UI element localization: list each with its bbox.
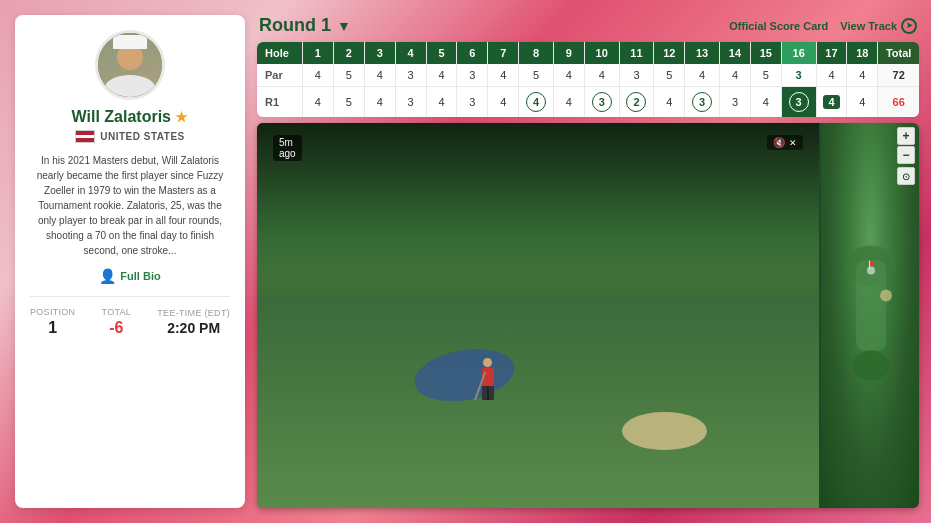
- map-bg: + − ⊙: [821, 123, 919, 508]
- mute-icon: 🔇: [773, 137, 785, 148]
- hole-8-header: 8: [519, 42, 554, 64]
- video-bg: 5m ago 🔇 ✕: [257, 123, 819, 508]
- r1-7: 4: [488, 87, 519, 118]
- r1-11: 2: [619, 87, 654, 118]
- hole-10-header: 10: [584, 42, 619, 64]
- position-stat: Position 1: [30, 307, 75, 337]
- round-dropdown-icon: ▼: [337, 18, 351, 34]
- country-info: UNITED STATES: [75, 130, 184, 143]
- tee-time-label: Tee-Time (EDT): [157, 308, 230, 318]
- hole-2-header: 2: [333, 42, 364, 64]
- full-bio-link[interactable]: 👤 Full Bio: [99, 268, 160, 284]
- total-header: Total: [878, 42, 919, 64]
- official-scorecard-link[interactable]: Official Score Card: [729, 20, 828, 32]
- divider: [30, 296, 230, 297]
- hole-17-header: 17: [816, 42, 847, 64]
- r1-11-circle: 2: [626, 92, 646, 112]
- hole-15-header: 15: [750, 42, 781, 64]
- par-label-cell: Par: [257, 64, 302, 87]
- r1-18: 4: [847, 87, 878, 118]
- par-16: 3: [781, 64, 816, 87]
- r1-5: 4: [426, 87, 457, 118]
- r1-3: 4: [364, 87, 395, 118]
- par-3: 4: [364, 64, 395, 87]
- total-label: Total: [102, 307, 132, 317]
- r1-13-circle: 3: [692, 92, 712, 112]
- r1-8: 4: [519, 87, 554, 118]
- view-track-label: View Track: [840, 20, 897, 32]
- top-bar: Round 1 ▼ Official Score Card View Track…: [257, 15, 919, 36]
- zoom-in-button[interactable]: +: [897, 127, 915, 145]
- par-4: 3: [395, 64, 426, 87]
- player-name-text: Will Zalatoris: [72, 108, 171, 125]
- video-section: 5m ago 🔇 ✕ Shots: [257, 123, 819, 508]
- country-name: UNITED STATES: [100, 131, 184, 142]
- r1-8-circle: 4: [526, 92, 546, 112]
- hole-9-header: 9: [553, 42, 584, 64]
- par-1: 4: [302, 64, 333, 87]
- position-label: Position: [30, 307, 75, 317]
- hole-11-header: 11: [619, 42, 654, 64]
- r1-6: 3: [457, 87, 488, 118]
- total-value: -6: [102, 319, 132, 337]
- player-name: Will Zalatoris ★: [72, 108, 189, 126]
- hole-5-header: 5: [426, 42, 457, 64]
- bio-person-icon: 👤: [99, 268, 116, 284]
- r1-15: 4: [750, 87, 781, 118]
- par-5: 4: [426, 64, 457, 87]
- bunker: [622, 412, 706, 451]
- mute-x: ✕: [789, 138, 797, 148]
- hole-12-header: 12: [654, 42, 685, 64]
- hole-16-header: 16: [781, 42, 816, 64]
- zoom-out-button[interactable]: −: [897, 146, 915, 164]
- par-15: 5: [750, 64, 781, 87]
- r1-label-cell: R1: [257, 87, 302, 118]
- hole-14-header: 14: [720, 42, 751, 64]
- par-13: 4: [685, 64, 720, 87]
- svg-point-4: [880, 290, 892, 302]
- tree-background: [257, 123, 819, 296]
- player-card: Will Zalatoris ★ UNITED STATES In his 20…: [15, 15, 245, 508]
- scorecard-table: Hole 1 2 3 4 5 6 7 8 9 10 11 12 13: [257, 42, 919, 117]
- par-12: 5: [654, 64, 685, 87]
- player-bio: In his 2021 Masters debut, Will Zalatori…: [30, 153, 230, 258]
- hole-7-header: 7: [488, 42, 519, 64]
- round-selector[interactable]: Round 1 ▼: [259, 15, 351, 36]
- r1-total: 66: [878, 87, 919, 118]
- recenter-button[interactable]: ⊙: [897, 167, 915, 185]
- r1-13: 3: [685, 87, 720, 118]
- svg-rect-5: [869, 261, 870, 269]
- svg-point-3: [867, 267, 875, 275]
- r1-9: 4: [553, 87, 584, 118]
- r1-1: 4: [302, 87, 333, 118]
- tee-time-value: 2:20 PM: [157, 320, 230, 336]
- video-timestamp: 5m ago: [273, 135, 302, 161]
- par-total: 72: [878, 64, 919, 87]
- total-stat: Total -6: [102, 307, 132, 337]
- main-container: Will Zalatoris ★ UNITED STATES In his 20…: [0, 0, 931, 523]
- r1-16: 3: [781, 87, 816, 118]
- hole-18-header: 18: [847, 42, 878, 64]
- fairway: [257, 296, 819, 508]
- par-row: Par 4 5 4 3 4 3 4 5 4 4 3 5 4 4: [257, 64, 919, 87]
- tee-time-stat: Tee-Time (EDT) 2:20 PM: [157, 308, 230, 336]
- r1-14: 3: [720, 87, 751, 118]
- par-14: 4: [720, 64, 751, 87]
- par-18: 4: [847, 64, 878, 87]
- round-label: Round 1: [259, 15, 331, 36]
- right-panel: Round 1 ▼ Official Score Card View Track…: [257, 15, 919, 508]
- r1-16-circle: 3: [789, 92, 809, 112]
- view-track-link[interactable]: View Track ➤: [840, 18, 917, 34]
- par-8: 5: [519, 64, 554, 87]
- scorecard-header-row: Hole 1 2 3 4 5 6 7 8 9 10 11 12 13: [257, 42, 919, 64]
- top-links: Official Score Card View Track ➤: [729, 18, 917, 34]
- par-11: 3: [619, 64, 654, 87]
- r1-4: 3: [395, 87, 426, 118]
- par-7: 4: [488, 64, 519, 87]
- location-icon: ➤: [901, 18, 917, 34]
- r1-17-highlight: 4: [823, 95, 839, 109]
- full-bio-label: Full Bio: [120, 270, 160, 282]
- par-9: 4: [553, 64, 584, 87]
- mute-button[interactable]: 🔇 ✕: [767, 135, 803, 150]
- r1-10-circle: 3: [592, 92, 612, 112]
